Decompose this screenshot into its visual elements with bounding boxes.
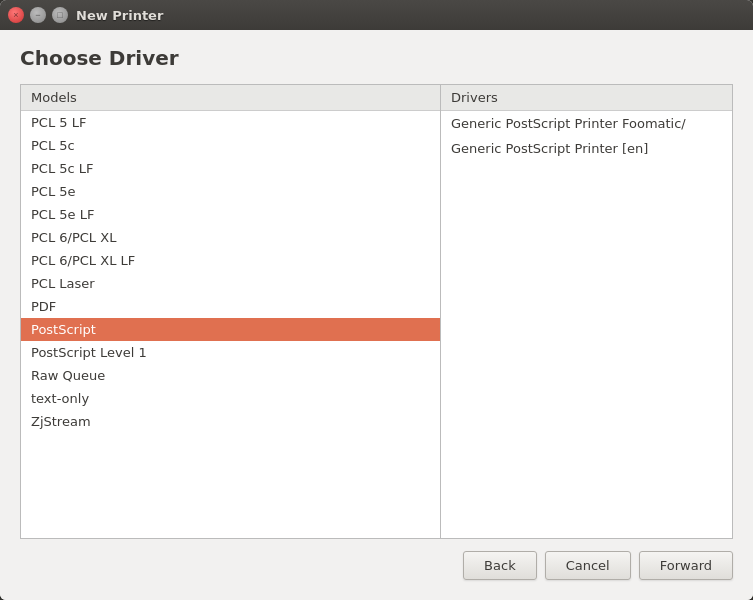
drivers-header: Drivers [441, 85, 732, 111]
models-list-item[interactable]: text-only [21, 387, 440, 410]
models-list-item[interactable]: PCL 5e LF [21, 203, 440, 226]
content-area: Choose Driver Models PCL 5 LFPCL 5cPCL 5… [0, 30, 753, 600]
models-list-item[interactable]: PCL 5e [21, 180, 440, 203]
drivers-panel: Drivers Generic PostScript Printer Fooma… [441, 85, 732, 538]
models-list-item[interactable]: PDF [21, 295, 440, 318]
models-list-item[interactable]: PostScript Level 1 [21, 341, 440, 364]
window-title: New Printer [76, 8, 163, 23]
models-list-item[interactable]: Raw Queue [21, 364, 440, 387]
models-list-item[interactable]: PCL 6/PCL XL LF [21, 249, 440, 272]
models-list-item[interactable]: PCL 5c [21, 134, 440, 157]
models-list-item[interactable]: PostScript [21, 318, 440, 341]
models-list-item[interactable]: PCL 5 LF [21, 111, 440, 134]
models-list-item[interactable]: PCL 5c LF [21, 157, 440, 180]
models-list-item[interactable]: ZjStream [21, 410, 440, 433]
maximize-button[interactable]: □ [52, 7, 68, 23]
panels-container: Models PCL 5 LFPCL 5cPCL 5c LFPCL 5ePCL … [20, 84, 733, 539]
models-list-item[interactable]: PCL Laser [21, 272, 440, 295]
button-bar: Back Cancel Forward [20, 539, 733, 584]
back-button[interactable]: Back [463, 551, 537, 580]
driver-list-item[interactable]: Generic PostScript Printer [en] [441, 136, 732, 161]
window-controls: × − □ [8, 7, 68, 23]
close-button[interactable]: × [8, 7, 24, 23]
models-list[interactable]: PCL 5 LFPCL 5cPCL 5c LFPCL 5ePCL 5e LFPC… [21, 111, 440, 538]
main-window: × − □ New Printer Choose Driver Models P… [0, 0, 753, 600]
page-title: Choose Driver [20, 46, 733, 70]
cancel-button[interactable]: Cancel [545, 551, 631, 580]
minimize-button[interactable]: − [30, 7, 46, 23]
models-header: Models [21, 85, 440, 111]
drivers-list[interactable]: Generic PostScript Printer Foomatic/Gene… [441, 111, 732, 538]
models-list-item[interactable]: PCL 6/PCL XL [21, 226, 440, 249]
forward-button[interactable]: Forward [639, 551, 733, 580]
driver-list-item[interactable]: Generic PostScript Printer Foomatic/ [441, 111, 732, 136]
models-panel: Models PCL 5 LFPCL 5cPCL 5c LFPCL 5ePCL … [21, 85, 441, 538]
titlebar: × − □ New Printer [0, 0, 753, 30]
